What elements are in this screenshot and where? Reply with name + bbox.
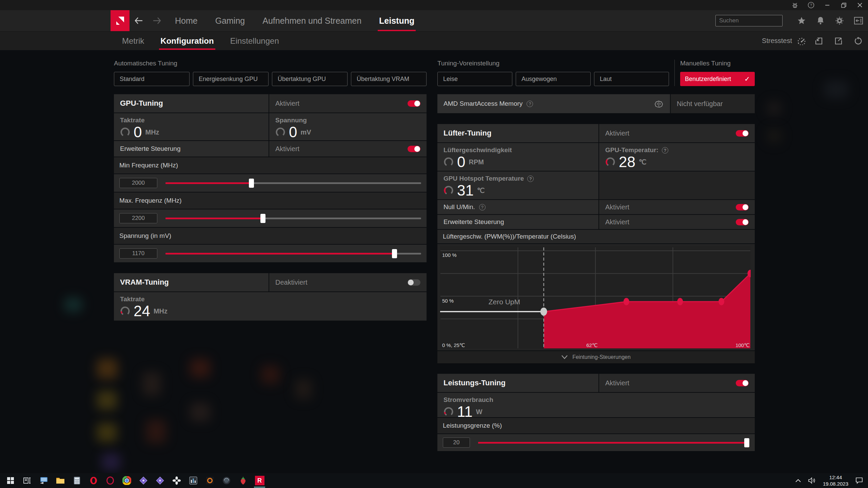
- background-blob: [295, 379, 312, 399]
- vram-tuning-panel: VRAM-Tuning Deaktiviert Taktrate 24 MHz: [114, 273, 427, 321]
- fine-tuning-expander[interactable]: Feintuning-Steuerungen: [437, 351, 755, 363]
- render-sphere-app[interactable]: [218, 473, 235, 488]
- export-profile-button[interactable]: [829, 32, 848, 50]
- preset-loud-button[interactable]: Laut: [594, 72, 669, 86]
- volume-icon[interactable]: [808, 477, 816, 484]
- calculator-app[interactable]: [68, 473, 85, 488]
- nav-home[interactable]: Home: [175, 10, 198, 31]
- gpu-advanced-label: Erweiterte Steuerung: [120, 145, 181, 152]
- max-freq-label: Max. Frequenz (MHz): [119, 197, 182, 204]
- opera-app[interactable]: [85, 473, 102, 488]
- manual-custom-button[interactable]: Benutzerdefiniert ✓: [680, 72, 755, 86]
- vram-tuning-toggle[interactable]: [408, 279, 420, 286]
- remote-desktop-app[interactable]: [35, 473, 52, 488]
- power-tuning-toggle[interactable]: [736, 380, 749, 386]
- search-box[interactable]: [715, 15, 783, 26]
- fan-speed-value: 0: [457, 155, 465, 169]
- back-button[interactable]: [130, 10, 148, 31]
- max-freq-input[interactable]: [119, 213, 157, 223]
- stresstest-button[interactable]: Stresstest: [759, 32, 809, 50]
- fan-curve-chart[interactable]: 100 %50 %0 %, 25℃62℃100℃Zero UpM: [437, 244, 755, 350]
- gauge-icon: [120, 306, 130, 316]
- tab-einstellungen[interactable]: Einstellungen: [230, 32, 279, 50]
- search-input[interactable]: [719, 17, 794, 24]
- max-freq-slider-handle[interactable]: [260, 214, 265, 223]
- reset-button[interactable]: [848, 32, 868, 50]
- power-limit-slider-handle[interactable]: [744, 438, 749, 447]
- max-freq-slider[interactable]: [165, 218, 421, 219]
- close-button[interactable]: [852, 0, 868, 10]
- min-freq-slider-row: [114, 174, 427, 192]
- gauge-meter-icon: [797, 37, 806, 45]
- gpu-temp-help-icon[interactable]: ?: [662, 147, 668, 154]
- gauge-icon: [443, 157, 454, 167]
- power-limit-input[interactable]: [443, 438, 470, 448]
- gpu-tuning-toggle[interactable]: [408, 100, 420, 107]
- gpu-temp-value: 28: [619, 155, 635, 169]
- sam-help-icon[interactable]: ?: [527, 101, 533, 107]
- notifications-button[interactable]: [811, 10, 830, 31]
- tray-chevron-up-icon[interactable]: [795, 479, 801, 483]
- tab-konfiguration[interactable]: Konfiguration: [160, 32, 214, 50]
- bug-report-icon[interactable]: [787, 0, 803, 10]
- favorites-button[interactable]: [792, 10, 811, 31]
- minimize-button[interactable]: [819, 0, 835, 10]
- file-explorer-app[interactable]: [52, 473, 68, 488]
- fan-control-app[interactable]: [168, 473, 185, 488]
- hardware-monitor-app[interactable]: [185, 473, 201, 488]
- auto-tuning-standard-button[interactable]: Standard: [114, 72, 190, 86]
- gpu-voltage-value: 0: [289, 125, 297, 140]
- nav-gaming[interactable]: Gaming: [215, 10, 245, 31]
- chrome-app[interactable]: [118, 473, 135, 488]
- strawberry-icon: [239, 476, 247, 485]
- min-freq-label: Min Frequenz (MHz): [119, 162, 178, 169]
- min-freq-input[interactable]: [119, 178, 157, 188]
- help-icon[interactable]: ?: [803, 0, 819, 10]
- hotspot-help-icon[interactable]: ?: [527, 176, 534, 182]
- right-column: Tuning-Voreinstellung Leise Ausgewogen L…: [437, 60, 755, 451]
- gpu-tuning-status: Aktiviert: [275, 100, 299, 107]
- zero-rpm-toggle[interactable]: [736, 204, 749, 210]
- purple-diamond-app-2[interactable]: [152, 473, 168, 488]
- restore-button[interactable]: [835, 0, 852, 10]
- import-profile-button[interactable]: [809, 32, 829, 50]
- power-limit-slider[interactable]: [478, 442, 749, 444]
- amd-logo[interactable]: [111, 10, 130, 31]
- power-tuning-status: Aktiviert: [605, 379, 629, 387]
- clock[interactable]: 12:44 19.08.2023: [823, 474, 848, 487]
- preset-label: Tuning-Voreinstellung: [437, 60, 669, 67]
- fan-tuning-toggle[interactable]: [736, 130, 749, 137]
- sam-label: AMD SmartAccess Memory: [443, 100, 522, 107]
- furmark-app[interactable]: [201, 473, 218, 488]
- min-freq-slider[interactable]: [165, 182, 421, 184]
- action-center-icon[interactable]: [855, 477, 863, 484]
- min-freq-slider-handle[interactable]: [249, 179, 254, 188]
- background-blob: [146, 420, 166, 443]
- settings-button[interactable]: [830, 10, 849, 31]
- nav-record-stream[interactable]: Aufnehmen und Streamen: [262, 10, 361, 31]
- fan-advanced-toggle[interactable]: [736, 219, 749, 225]
- auto-tuning-undervolt-button[interactable]: Energiesenkung GPU: [193, 72, 269, 86]
- voltage-mv-slider-handle[interactable]: [392, 249, 397, 258]
- auto-tuning-oc-gpu-button[interactable]: Übertaktung GPU: [272, 72, 348, 86]
- folder-icon: [56, 477, 65, 484]
- nav-performance[interactable]: Leistung: [379, 10, 414, 31]
- preset-balanced-button[interactable]: Ausgewogen: [516, 72, 591, 86]
- windows-start-button[interactable]: [2, 473, 19, 488]
- purple-diamond-app-1[interactable]: [135, 473, 152, 488]
- amd-adrenalin-app[interactable]: R: [251, 473, 268, 488]
- strawberry-app[interactable]: [235, 473, 251, 488]
- task-view-button[interactable]: [19, 473, 35, 488]
- voltage-mv-slider[interactable]: [165, 253, 421, 255]
- collapse-panel-button[interactable]: [849, 10, 868, 31]
- import-icon: [814, 37, 823, 45]
- forward-button[interactable]: [148, 10, 166, 31]
- auto-tuning-oc-vram-button[interactable]: Übertaktung VRAM: [351, 72, 427, 86]
- svg-text:100 %: 100 %: [442, 252, 457, 258]
- zero-rpm-help-icon[interactable]: ?: [479, 204, 486, 210]
- voltage-mv-input[interactable]: [119, 248, 157, 259]
- tab-metrik[interactable]: Metrik: [122, 32, 144, 50]
- opera-ring-app[interactable]: [102, 473, 118, 488]
- preset-quiet-button[interactable]: Leise: [437, 72, 512, 86]
- gpu-advanced-toggle[interactable]: [408, 146, 420, 152]
